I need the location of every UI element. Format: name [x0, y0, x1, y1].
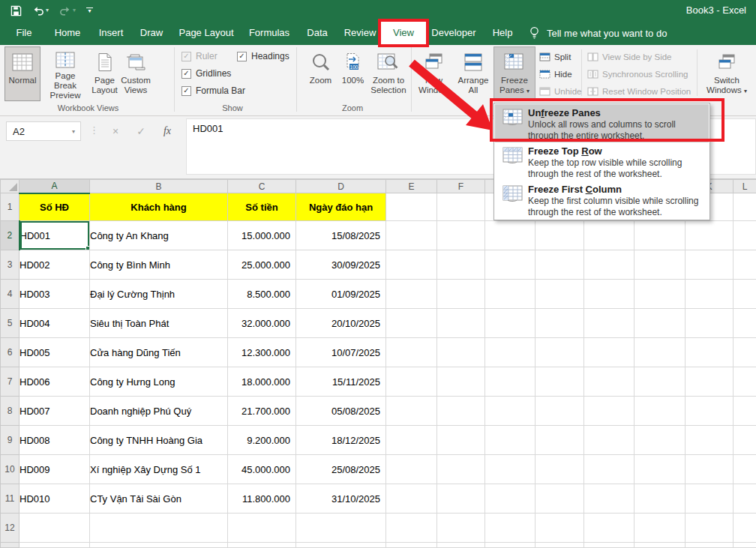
cell-K3[interactable] — [686, 250, 734, 280]
cell-K4[interactable] — [686, 280, 734, 309]
cell-I13[interactable] — [584, 543, 634, 548]
cell-B13[interactable] — [90, 543, 228, 548]
cell-I5[interactable] — [584, 309, 634, 338]
cell-H2[interactable] — [536, 221, 584, 250]
cell-E3[interactable] — [386, 250, 437, 280]
cell-I11[interactable] — [584, 484, 634, 514]
row-header-8[interactable]: 8 — [1, 397, 20, 426]
cell-L13[interactable] — [734, 543, 756, 548]
page-break-preview-button[interactable]: Page Break Preview — [42, 46, 88, 101]
cell-K7[interactable] — [686, 367, 734, 397]
insert-function-button[interactable]: fx — [155, 121, 179, 141]
cell-B6[interactable]: Cửa hàng Dũng Tiến — [90, 338, 228, 367]
cell-J12[interactable] — [634, 514, 686, 543]
menu-item-freeze-first-column[interactable]: Freeze First Column Keep the first colum… — [495, 181, 709, 219]
row-header-3[interactable]: 3 — [1, 250, 20, 280]
cell-F6[interactable] — [437, 338, 485, 367]
cell-C10[interactable]: 45.000.000 — [228, 455, 296, 484]
cell-C7[interactable]: 18.000.000 — [228, 367, 296, 397]
menu-item-unfreeze-panes[interactable]: Unfreeze Panes Unlock all rows and colum… — [495, 104, 709, 142]
cell-H12[interactable] — [536, 514, 584, 543]
name-box-dropdown-caret[interactable]: ▾ — [66, 128, 80, 135]
cell-C13[interactable] — [228, 543, 296, 548]
cell-A1[interactable]: Số HĐ — [20, 193, 90, 221]
cell-J11[interactable] — [634, 484, 686, 514]
cell-J7[interactable] — [634, 367, 686, 397]
cell-G5[interactable] — [485, 309, 536, 338]
cell-I2[interactable] — [584, 221, 634, 250]
col-header-C[interactable]: C — [228, 180, 296, 193]
cell-E2[interactable] — [386, 221, 437, 250]
cell-C3[interactable]: 25.000.000 — [228, 250, 296, 280]
cell-J5[interactable] — [634, 309, 686, 338]
cell-J9[interactable] — [634, 426, 686, 455]
cell-E12[interactable] — [386, 514, 437, 543]
cell-B9[interactable]: Công ty TNHH Hoàng Gia — [90, 426, 228, 455]
cell-K11[interactable] — [686, 484, 734, 514]
cell-D3[interactable]: 30/09/2025 — [296, 250, 386, 280]
customize-qat-button[interactable]: ▾ — [86, 7, 93, 14]
cell-L8[interactable] — [734, 397, 756, 426]
cell-C12[interactable] — [228, 514, 296, 543]
cell-A12[interactable] — [20, 514, 90, 543]
row-header-11[interactable]: 11 — [1, 484, 20, 514]
cell-E8[interactable] — [386, 397, 437, 426]
cell-B10[interactable]: Xí nghiệp Xây Dựng Số 1 — [90, 455, 228, 484]
zoom-button[interactable]: Zoom — [303, 46, 338, 101]
cell-E5[interactable] — [386, 309, 437, 338]
cell-J13[interactable] — [634, 543, 686, 548]
cell-A4[interactable]: HD003 — [20, 280, 90, 309]
cell-L11[interactable] — [734, 484, 756, 514]
cell-K9[interactable] — [686, 426, 734, 455]
row-header-13[interactable] — [1, 543, 20, 548]
cell-A13[interactable] — [20, 543, 90, 548]
row-header-5[interactable]: 5 — [1, 309, 20, 338]
cell-F3[interactable] — [437, 250, 485, 280]
zoom-to-selection-button[interactable]: Zoom to Selection — [367, 46, 410, 101]
headings-checkbox[interactable]: ✓ Headings — [237, 51, 290, 61]
page-layout-button[interactable]: Page Layout — [89, 46, 120, 101]
new-window-button[interactable]: New Window — [414, 46, 454, 101]
row-header-2[interactable]: 2 — [1, 221, 20, 250]
menu-item-freeze-top-row[interactable]: Freeze Top Row Keep the top row visible … — [495, 142, 709, 181]
cell-G7[interactable] — [485, 367, 536, 397]
cell-E7[interactable] — [386, 367, 437, 397]
cell-C6[interactable]: 12.300.000 — [228, 338, 296, 367]
cell-K8[interactable] — [686, 397, 734, 426]
cell-D9[interactable]: 18/12/2025 — [296, 426, 386, 455]
row-header-10[interactable]: 10 — [1, 455, 20, 484]
cell-D11[interactable]: 31/10/2025 — [296, 484, 386, 514]
cell-K6[interactable] — [686, 338, 734, 367]
cell-H11[interactable] — [536, 484, 584, 514]
cell-J2[interactable] — [634, 221, 686, 250]
cell-C8[interactable]: 21.700.000 — [228, 397, 296, 426]
cell-B2[interactable]: Công ty An Khang — [90, 221, 228, 250]
cell-I8[interactable] — [584, 397, 634, 426]
formula-bar-checkbox[interactable]: ✓ Formula Bar — [182, 85, 245, 96]
tab-insert[interactable]: Insert — [93, 21, 129, 45]
cell-B3[interactable]: Công ty Bình Minh — [90, 250, 228, 280]
cell-A10[interactable]: HD009 — [20, 455, 90, 484]
name-box[interactable]: A2 ▾ — [6, 121, 81, 141]
cell-C5[interactable]: 32.000.000 — [228, 309, 296, 338]
cell-G2[interactable] — [485, 221, 536, 250]
cell-J6[interactable] — [634, 338, 686, 367]
cell-K5[interactable] — [686, 309, 734, 338]
cell-E4[interactable] — [386, 280, 437, 309]
cell-H7[interactable] — [536, 367, 584, 397]
cell-B8[interactable]: Doanh nghiệp Phú Quý — [90, 397, 228, 426]
cell-H3[interactable] — [536, 250, 584, 280]
cell-H9[interactable] — [536, 426, 584, 455]
cell-L4[interactable] — [734, 280, 756, 309]
cell-F1[interactable] — [437, 193, 485, 221]
row-header-12[interactable]: 12 — [1, 514, 20, 543]
col-header-L[interactable]: L — [734, 180, 756, 193]
tab-draw[interactable]: Draw — [135, 21, 168, 45]
cell-J4[interactable] — [634, 280, 686, 309]
split-button[interactable]: Split — [539, 49, 571, 64]
col-header-E[interactable]: E — [386, 180, 437, 193]
cell-H5[interactable] — [536, 309, 584, 338]
normal-view-button[interactable]: Normal — [4, 46, 40, 101]
zoom-100-button[interactable]: 100 100% — [339, 46, 367, 101]
cell-L12[interactable] — [734, 514, 756, 543]
